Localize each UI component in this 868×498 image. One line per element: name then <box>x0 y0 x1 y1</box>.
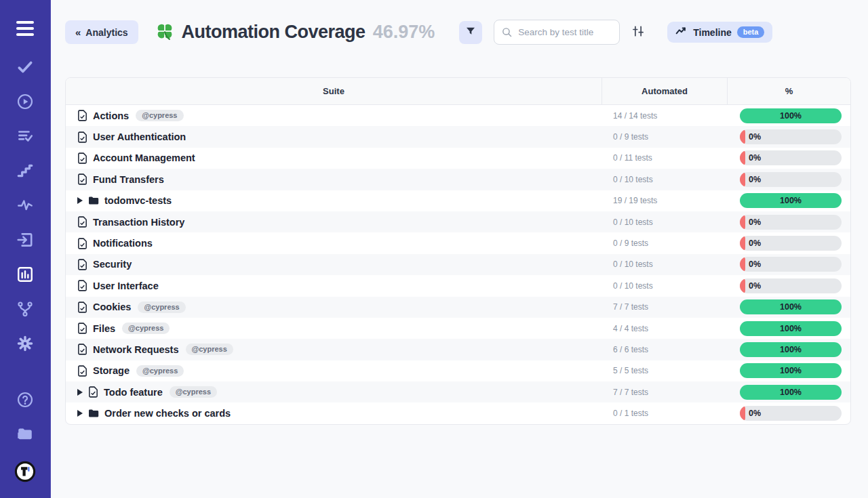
coverage-percent: 100% <box>740 363 842 378</box>
trend-icon <box>675 26 688 38</box>
suite-name[interactable]: Fund Transfers <box>93 174 164 185</box>
percent-cell: 0% <box>727 129 850 144</box>
suite-name[interactable]: Notifications <box>93 238 153 249</box>
suite-name[interactable]: Security <box>93 259 132 270</box>
file-icon <box>77 302 87 313</box>
column-header-percent[interactable]: % <box>727 78 850 104</box>
automated-count: 0 / 10 tests <box>601 175 727 184</box>
table-row[interactable]: Storage @cypress 5 / 5 tests 100% <box>66 360 850 381</box>
suite-cell: Account Management <box>66 152 601 164</box>
suite-name[interactable]: Transaction History <box>93 217 184 228</box>
automated-count: 14 / 14 tests <box>601 111 727 121</box>
table-row[interactable]: Transaction History 0 / 10 tests 0% <box>66 211 850 232</box>
suite-name[interactable]: Cookies <box>93 302 131 312</box>
table-row[interactable]: Order new checks or cards 0 / 1 tests 0% <box>66 402 850 423</box>
coverage-bar: 0% <box>740 278 842 293</box>
steps-icon[interactable] <box>14 161 37 181</box>
percent-cell: 100% <box>727 108 850 123</box>
suite-name[interactable]: Network Requests <box>93 344 179 355</box>
suite-name[interactable]: User Interface <box>93 281 159 291</box>
column-header-automated[interactable]: Automated <box>601 78 727 104</box>
suite-name[interactable]: Files <box>93 323 115 334</box>
analytics-back-button[interactable]: « Analytics <box>65 20 138 44</box>
file-icon <box>77 152 87 164</box>
tests-check-icon[interactable] <box>14 57 37 77</box>
percent-cell: 0% <box>727 172 850 187</box>
import-icon[interactable] <box>14 230 37 250</box>
sidebar-nav <box>14 57 37 354</box>
percent-cell: 0% <box>727 150 850 165</box>
column-header-suite[interactable]: Suite <box>66 78 601 104</box>
file-icon <box>77 323 87 334</box>
table-row[interactable]: Account Management 0 / 11 tests 0% <box>66 148 850 169</box>
folder-icon <box>88 409 99 418</box>
branch-icon[interactable] <box>14 299 37 319</box>
suite-name[interactable]: Actions <box>93 110 129 121</box>
suite-name[interactable]: Account Management <box>93 152 195 163</box>
topbar: « Analytics Automation Coverage 46.97% <box>51 0 868 46</box>
filter-button[interactable] <box>459 21 482 44</box>
table-row[interactable]: Files @cypress 4 / 4 tests 100% <box>66 318 850 339</box>
table-row[interactable]: todomvc-tests 19 / 19 tests 100% <box>66 190 850 211</box>
settings-gear-icon[interactable] <box>14 333 37 354</box>
runs-play-icon[interactable] <box>14 91 37 112</box>
menu-icon[interactable] <box>14 18 37 39</box>
percent-cell: 100% <box>727 321 850 336</box>
automated-count: 0 / 10 tests <box>601 260 727 269</box>
coverage-percent: 0% <box>749 406 761 421</box>
suite-name[interactable]: todomvc-tests <box>104 195 172 206</box>
coverage-bar: 0% <box>740 236 842 251</box>
coverage-bar: 0% <box>740 215 842 230</box>
suite-name[interactable]: Storage <box>93 365 130 376</box>
beta-badge: beta <box>737 26 765 38</box>
table-row[interactable]: Fund Transfers 0 / 10 tests 0% <box>66 169 850 190</box>
cypress-tag: @cypress <box>186 344 233 355</box>
timeline-button[interactable]: Timeline beta <box>667 22 772 43</box>
analytics-back-label: Analytics <box>85 27 127 38</box>
suite-cell: Order new checks or cards <box>66 408 601 419</box>
table-row[interactable]: Todo feature @cypress 7 / 7 tests 100% <box>66 381 850 402</box>
cypress-tag: @cypress <box>138 302 185 313</box>
test-plans-icon[interactable] <box>14 126 37 146</box>
table-row[interactable]: User Authentication 0 / 9 tests 0% <box>66 126 850 147</box>
suite-name[interactable]: User Authentication <box>93 131 186 142</box>
coverage-bar: 100% <box>740 193 842 208</box>
pulse-icon[interactable] <box>14 195 37 215</box>
automated-count: 19 / 19 tests <box>601 196 727 205</box>
adjustments-button[interactable] <box>629 24 647 41</box>
suite-cell: User Interface <box>66 280 601 291</box>
table-row[interactable]: Network Requests @cypress 6 / 6 tests 10… <box>66 339 850 360</box>
file-icon <box>77 173 87 185</box>
coverage-bar-fill <box>740 257 745 272</box>
coverage-percent: 100% <box>740 193 842 208</box>
suite-name[interactable]: Order new checks or cards <box>104 408 231 419</box>
suite-cell: Storage @cypress <box>66 365 601 377</box>
file-icon <box>77 259 87 270</box>
percent-cell: 0% <box>727 257 850 272</box>
table-row[interactable]: Notifications 0 / 9 tests 0% <box>66 232 850 253</box>
table-row[interactable]: User Interface 0 / 10 tests 0% <box>66 275 850 296</box>
automated-count: 7 / 7 tests <box>601 302 727 312</box>
testomat-logo[interactable] <box>14 457 37 486</box>
projects-folder-icon[interactable] <box>14 423 37 444</box>
caret-right-icon[interactable] <box>77 197 83 204</box>
table-row[interactable]: Actions @cypress 14 / 14 tests 100% <box>66 105 850 126</box>
table-row[interactable]: Cookies @cypress 7 / 7 tests 100% <box>66 297 850 318</box>
caret-right-icon[interactable] <box>77 410 83 417</box>
percent-cell: 100% <box>727 385 850 400</box>
help-icon[interactable] <box>14 390 37 410</box>
page-title: Automation Coverage <box>182 22 366 43</box>
coverage-percent: 100% <box>740 385 842 400</box>
percent-cell: 0% <box>727 406 850 421</box>
coverage-percent: 100% <box>740 299 842 314</box>
analytics-bar-chart-icon[interactable] <box>14 264 37 285</box>
table-row[interactable]: Security 0 / 10 tests 0% <box>66 254 850 275</box>
suite-cell: Network Requests @cypress <box>66 344 601 355</box>
coverage-bar-fill <box>740 236 745 251</box>
coverage-bar: 0% <box>740 257 842 272</box>
file-icon <box>88 386 98 398</box>
suite-name[interactable]: Todo feature <box>104 387 163 398</box>
caret-right-icon[interactable] <box>77 389 83 396</box>
coverage-percent: 0% <box>749 236 761 251</box>
coverage-bar: 0% <box>740 406 842 421</box>
